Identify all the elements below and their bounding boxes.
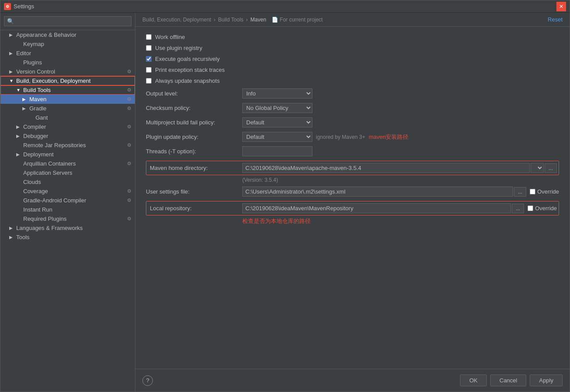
maven-home-dropdown[interactable]: ▼ (531, 163, 544, 173)
breadcrumb-part3: Maven (251, 17, 266, 23)
checksum-policy-select[interactable]: No Global Policy Fail Warn Ignore (242, 103, 312, 113)
local-repo-override-label[interactable]: Override (535, 205, 557, 212)
sidebar-item-label: Instant Run (23, 206, 53, 213)
app-icon: ⚙ (4, 3, 11, 10)
apply-button[interactable]: Apply (530, 374, 563, 386)
execute-goals-row: Execute goals recursively (146, 56, 559, 62)
settings-window: ⚙ Settings ✕ ▶ Appearance & Behavior Key… (0, 0, 570, 392)
sidebar-item-editor[interactable]: ▶ Editor (0, 49, 135, 58)
help-button[interactable]: ? (142, 375, 153, 386)
settings-icon: ⚙ (127, 142, 131, 148)
settings-icon: ⚙ (127, 188, 131, 194)
sidebar-item-label: Required Plugins (23, 215, 67, 222)
arrow-icon: ▶ (9, 226, 14, 230)
sidebar-item-app-servers[interactable]: Application Servers (0, 168, 135, 177)
output-level-row: Output level: Info Debug Warning Error (146, 88, 559, 99)
sidebar-item-label: Clouds (23, 179, 41, 185)
work-offline-checkbox[interactable] (146, 34, 152, 40)
print-exception-label[interactable]: Print exception stack traces (155, 67, 225, 73)
local-repo-annotation: 检查是否为本地仓库的路径 (242, 217, 559, 225)
plugin-update-select[interactable]: Default Force Update Never Update (242, 132, 312, 142)
settings-icon: ⚙ (127, 124, 131, 130)
sidebar-item-label: Compiler (23, 124, 46, 130)
multiproject-fail-row: Multiproject build fail policy: Default … (146, 117, 559, 127)
breadcrumb: Build, Execution, Deployment › Build Too… (135, 13, 570, 27)
always-update-label[interactable]: Always update snapshots (155, 78, 220, 84)
settings-icon: ⚙ (127, 161, 131, 166)
sidebar-item-deployment[interactable]: ▶ Deployment (0, 150, 135, 159)
sidebar-item-build-tools[interactable]: ▼ Build Tools ⚙ (0, 85, 135, 95)
arrow-icon: ▼ (9, 78, 14, 83)
maven-home-browse-button[interactable]: ... (545, 163, 557, 173)
settings-panel: Work offline Use plugin registry Execute… (135, 27, 570, 369)
user-settings-control: ... Override (242, 187, 559, 197)
separator-icon: › (214, 17, 216, 23)
sidebar-item-label: Editor (16, 50, 31, 57)
print-exception-checkbox[interactable] (146, 67, 152, 73)
sidebar-item-appearance[interactable]: ▶ Appearance & Behavior (0, 30, 135, 39)
sidebar-item-label: Build Tools (23, 87, 51, 93)
sidebar-item-debugger[interactable]: ▶ Debugger (0, 131, 135, 141)
sidebar-item-required-plugins[interactable]: Required Plugins ⚙ (0, 214, 135, 223)
settings-icon: ⚙ (127, 69, 131, 74)
reset-button[interactable]: Reset (548, 16, 563, 23)
sidebar-item-tools[interactable]: ▶ Tools (0, 233, 135, 242)
sidebar-item-label: Tools (16, 234, 29, 240)
checksum-policy-row: Checksum policy: No Global Policy Fail W… (146, 103, 559, 113)
user-settings-input[interactable] (242, 187, 513, 197)
sidebar-item-maven[interactable]: ▶ Maven ⚙ (0, 95, 135, 104)
sidebar-item-keymap[interactable]: Keymap (0, 39, 135, 49)
sidebar-item-label: Appearance & Behavior (16, 32, 76, 38)
work-offline-label[interactable]: Work offline (155, 34, 185, 40)
user-settings-browse-button[interactable]: ... (514, 187, 526, 197)
output-level-select[interactable]: Info Debug Warning Error (242, 88, 312, 99)
sidebar-item-label: Maven (29, 96, 46, 102)
threads-input[interactable] (242, 146, 312, 156)
use-plugin-registry-checkbox[interactable] (146, 45, 152, 51)
user-settings-label: User settings file: (146, 188, 242, 195)
local-repo-label: Local repository: (148, 205, 242, 212)
search-box (0, 13, 135, 30)
multiproject-fail-select[interactable]: Default At End Never Always (242, 117, 312, 127)
sidebar-item-compiler[interactable]: ▶ Compiler ⚙ (0, 122, 135, 131)
ok-button[interactable]: OK (460, 374, 487, 386)
sidebar-item-clouds[interactable]: Clouds (0, 177, 135, 187)
sidebar-item-build-exec-deploy[interactable]: ▼ Build, Execution, Deployment (0, 76, 135, 85)
cancel-button[interactable]: Cancel (490, 374, 526, 386)
sidebar-item-arquillian[interactable]: Arquillian Containers ⚙ (0, 159, 135, 168)
sidebar-item-label: Arquillian Containers (23, 160, 76, 167)
maven-home-row: Maven home directory: ▼ ... (146, 161, 559, 175)
sidebar-item-gradle-android[interactable]: Gradle-Android Compiler ⚙ (0, 196, 135, 205)
execute-goals-checkbox[interactable] (146, 56, 152, 62)
arrow-icon: ▶ (9, 32, 14, 37)
sidebar-item-plugins[interactable]: Plugins (0, 58, 135, 67)
sidebar-item-gant[interactable]: Gant (0, 113, 135, 122)
maven-home-label: Maven home directory: (148, 165, 242, 171)
sidebar: ▶ Appearance & Behavior Keymap ▶ Editor … (0, 13, 135, 392)
local-repo-input[interactable] (242, 203, 511, 213)
local-repo-override-checkbox[interactable] (528, 205, 533, 211)
maven-install-path-annotation: maven安装路径 (368, 133, 408, 141)
user-settings-override-checkbox[interactable] (530, 189, 535, 194)
maven-home-input[interactable] (242, 163, 530, 173)
local-repo-browse-button[interactable]: ... (512, 204, 524, 213)
sidebar-item-coverage[interactable]: Coverage ⚙ (0, 187, 135, 196)
arrow-icon: ▶ (9, 235, 14, 240)
threads-row: Threads (-T option): (146, 146, 559, 156)
user-settings-override-label[interactable]: Override (537, 188, 559, 195)
sidebar-item-languages[interactable]: ▶ Languages & Frameworks (0, 223, 135, 233)
use-plugin-registry-label[interactable]: Use plugin registry (155, 45, 202, 51)
execute-goals-label[interactable]: Execute goals recursively (155, 56, 220, 62)
sidebar-item-version-control[interactable]: ▶ Version Control ⚙ (0, 67, 135, 76)
sidebar-item-instant-run[interactable]: Instant Run (0, 205, 135, 214)
close-button[interactable]: ✕ (556, 2, 566, 11)
search-input[interactable] (4, 16, 131, 26)
sidebar-item-label: Deployment (23, 151, 53, 158)
always-update-checkbox[interactable] (146, 78, 152, 84)
sidebar-item-remote-jar[interactable]: Remote Jar Repositories ⚙ (0, 141, 135, 150)
sidebar-item-gradle[interactable]: ▶ Gradle ⚙ (0, 104, 135, 113)
plugin-update-control: Default Force Update Never Update ignore… (242, 132, 559, 142)
arrow-icon: ▶ (16, 134, 21, 138)
sidebar-item-label: Coverage (23, 188, 48, 194)
output-level-control: Info Debug Warning Error (242, 88, 559, 99)
